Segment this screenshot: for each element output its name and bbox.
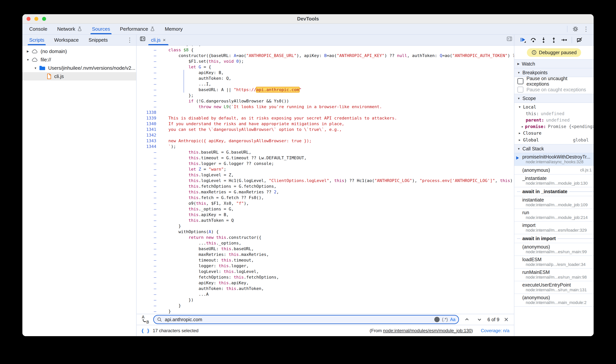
call-stack-frame[interactable]: promiseInitHookWithDestroyTr...node:inte…: [514, 153, 594, 166]
call-stack-frame[interactable]: (anonymous)node:internal/m...main_module…: [514, 294, 594, 307]
code-line[interactable]: – this.logger = G.logger ?? console;: [137, 161, 514, 167]
code-line[interactable]: – baseURL: this.baseURL,: [137, 246, 514, 252]
code-line[interactable]: – this.fetchOptions = G.fetchOptions,: [137, 183, 514, 189]
code-line[interactable]: – o9(this, $F1, Xs0, "f"),: [137, 201, 514, 206]
line-number[interactable]: 1342: [137, 132, 161, 138]
navigator-tab-snippets[interactable]: Snippets: [84, 35, 113, 45]
line-number[interactable]: –: [137, 286, 161, 291]
line-number[interactable]: –: [137, 218, 161, 223]
line-number[interactable]: –: [137, 64, 161, 70]
call-stack-frame[interactable]: (anonymous)cli.js:1: [514, 166, 594, 175]
code-line[interactable]: – return new this.constructor({: [137, 235, 514, 240]
breakpoint-toggle-row[interactable]: Pause on caught exceptions: [514, 85, 594, 94]
scope-group-closure[interactable]: ▶Closure: [514, 130, 594, 137]
code-line[interactable]: – ...this._options,: [137, 240, 514, 246]
line-number[interactable]: –: [137, 161, 161, 167]
code-line[interactable]: 1341you can set the \`dangerouslyAllowBr…: [137, 127, 514, 132]
code-line[interactable]: – constructor({baseURL: A=ao("ANTHROPIC_…: [137, 53, 514, 59]
code-line[interactable]: – let Z = "warn";: [137, 167, 514, 172]
code-line[interactable]: – ...A: [137, 291, 514, 297]
code-line[interactable]: – this.timeout = G.timeout ?? Lw.DEFAULT…: [137, 155, 514, 161]
line-number[interactable]: –: [137, 309, 161, 314]
code-line[interactable]: – this.baseURL = G.baseURL,: [137, 149, 514, 155]
scope-variable[interactable]: parent:undefined: [514, 117, 594, 123]
code-line[interactable]: – this._options = G,: [137, 206, 514, 212]
tree-item[interactable]: cli.js: [22, 72, 136, 80]
line-number[interactable]: –: [137, 297, 161, 303]
line-number[interactable]: –: [137, 303, 161, 309]
code-line[interactable]: – };: [137, 93, 514, 98]
replace-toggle-button[interactable]: A B: [141, 315, 150, 324]
line-number[interactable]: –: [137, 46, 161, 47]
code-line[interactable]: – this.logLevel = Z,: [137, 172, 514, 178]
line-number[interactable]: –: [137, 70, 161, 76]
scope-section-header[interactable]: ▼ Scope: [514, 94, 594, 103]
chevron-right-icon[interactable]: ▶: [25, 50, 31, 53]
code-line[interactable]: – this.authToken = Q: [137, 218, 514, 223]
code-line[interactable]: 1338: [137, 110, 514, 115]
line-number[interactable]: –: [137, 104, 161, 110]
code-line[interactable]: – throw new L9(`It looks like you're run…: [137, 104, 514, 110]
line-number[interactable]: –: [137, 47, 161, 53]
line-number[interactable]: –: [137, 178, 161, 183]
code-line[interactable]: – logger: this.logger,: [137, 263, 514, 269]
code-line[interactable]: – this.apiKey = B,: [137, 212, 514, 218]
code-line[interactable]: 1339This is disabled by default, as it r…: [137, 115, 514, 121]
line-number[interactable]: 1339: [137, 115, 161, 121]
code-line[interactable]: –var Xs0, $F1;: [137, 46, 514, 47]
code-editor[interactable]: –var Xs0, $F1;–class $8 {– constructor({…: [137, 46, 514, 314]
code-line[interactable]: – if (!G.dangerouslyAllowBrowser && Ys0(…: [137, 98, 514, 104]
line-number[interactable]: –: [137, 201, 161, 206]
step-into-button[interactable]: [539, 36, 548, 44]
line-number[interactable]: –: [137, 183, 161, 189]
line-number[interactable]: –: [137, 155, 161, 161]
code-line[interactable]: – fetchOptions: this.fetchOptions,: [137, 274, 514, 280]
breakpoint-toggle-row[interactable]: Pause on uncaught exceptions: [514, 77, 594, 85]
scope-group-local[interactable]: ▼Local: [514, 104, 594, 110]
editor-tab-clijs[interactable]: cli.js ×: [147, 35, 169, 45]
tab-network[interactable]: Network: [52, 24, 87, 34]
line-number[interactable]: –: [137, 76, 161, 81]
line-number[interactable]: 1341: [137, 127, 161, 132]
call-stack-frame[interactable]: runnode:internal/m...module_job:214: [514, 209, 594, 221]
code-line[interactable]: – ...I,: [137, 81, 514, 87]
code-line[interactable]: – }): [137, 297, 514, 303]
code-line[interactable]: – this.logLevel = Hc1(G.logLevel, "Clien…: [137, 178, 514, 183]
line-number[interactable]: –: [137, 172, 161, 178]
search-input[interactable]: [164, 317, 432, 323]
scope-variable[interactable]: this:undefined: [514, 110, 594, 117]
chevron-right-icon[interactable]: ▶: [520, 125, 525, 128]
tree-item[interactable]: ▼file://: [22, 55, 136, 64]
tab-console[interactable]: Console: [24, 24, 52, 34]
next-match-button[interactable]: [475, 315, 484, 324]
call-stack-frame[interactable]: instantiatenode:internal/m...module_job:…: [514, 196, 594, 209]
line-number[interactable]: –: [137, 81, 161, 87]
call-stack-frame[interactable]: executeUserEntryPointnode:internal/m...s…: [514, 281, 594, 294]
coverage-link[interactable]: Coverage: n/a: [481, 328, 509, 333]
line-number[interactable]: –: [137, 269, 161, 274]
hide-navigator-button[interactable]: [138, 35, 147, 43]
tab-memory[interactable]: Memory: [160, 24, 188, 34]
regex-toggle[interactable]: (.*): [442, 317, 448, 322]
search-input-wrap[interactable]: (.*) Aa: [153, 315, 459, 324]
navigator-tab-workspace[interactable]: Workspace: [49, 35, 84, 45]
code-line[interactable]: – baseURL: A || "https://api.anthropic.c…: [137, 87, 514, 93]
code-line[interactable]: – this.fetch = G.fetch ?? Fs0(),: [137, 195, 514, 201]
line-number[interactable]: –: [137, 206, 161, 212]
line-number[interactable]: –: [137, 53, 161, 59]
code-line[interactable]: 1343new Anthropic({ apiKey, dangerouslyA…: [137, 138, 514, 144]
line-number[interactable]: 1338: [137, 110, 161, 115]
code-line[interactable]: – }: [137, 223, 514, 229]
line-number[interactable]: –: [137, 291, 161, 297]
previous-match-button[interactable]: [462, 315, 472, 324]
code-line[interactable]: – timeout: this.timeout,: [137, 257, 514, 263]
code-line[interactable]: 1340If you understand the risks and have…: [137, 121, 514, 127]
tree-item[interactable]: ▼Users/jinhuilee/.nvm/versions/node/v2..…: [22, 64, 136, 72]
tree-item[interactable]: ▶(no domain): [22, 47, 136, 55]
line-number[interactable]: 1340: [137, 121, 161, 127]
more-options-button[interactable]: ⋮: [581, 25, 591, 33]
step-button[interactable]: [560, 36, 569, 44]
line-number[interactable]: –: [137, 274, 161, 280]
code-line[interactable]: 1344`);: [137, 144, 514, 149]
watch-section-header[interactable]: ▶ Watch: [514, 59, 594, 68]
